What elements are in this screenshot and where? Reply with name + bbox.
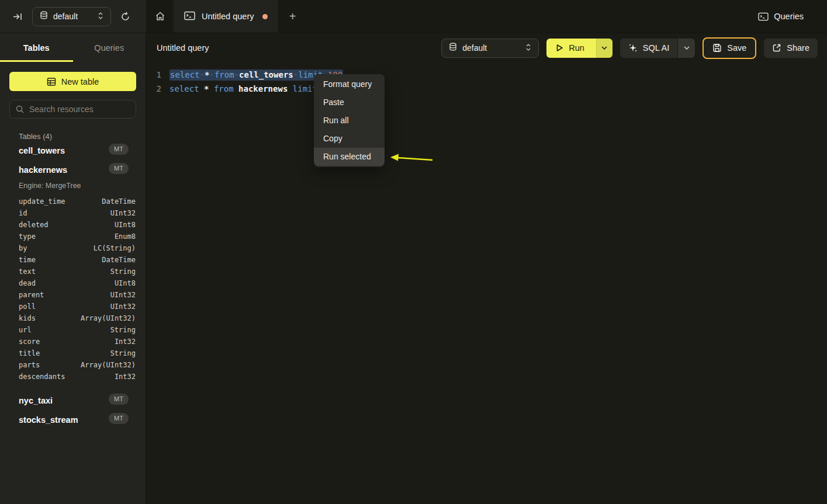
engine-badge: MT bbox=[109, 394, 129, 405]
column-type: Int32 bbox=[115, 371, 136, 383]
code-line-2[interactable]: 2select * from hackernews limit bbox=[155, 82, 827, 96]
column-row-time: timeDateTime bbox=[0, 254, 146, 266]
sql-ai-label: SQL AI bbox=[643, 43, 669, 53]
token-kw: select bbox=[170, 70, 200, 79]
column-name: id bbox=[19, 207, 27, 219]
tab-untitled-query[interactable]: Untitled query bbox=[174, 0, 279, 33]
code-line-1[interactable]: 1select·*·from·cell_towers·limit·100 bbox=[155, 68, 827, 82]
sql-console-app: default bbox=[0, 0, 827, 504]
column-type: DateTime bbox=[102, 254, 136, 266]
menu-item-format-query[interactable]: Format query bbox=[314, 75, 385, 93]
table-name: nyc_taxi bbox=[19, 396, 53, 405]
engine-label: Engine: MergeTree bbox=[0, 179, 146, 193]
token-sp bbox=[234, 84, 238, 93]
column-type: Int32 bbox=[115, 336, 136, 347]
sidebar-header: default bbox=[0, 0, 146, 33]
queries-label: Queries bbox=[774, 12, 804, 21]
token-ws: · bbox=[200, 70, 205, 79]
sql-ai-caret[interactable] bbox=[677, 39, 695, 58]
sidebar-tabs: Tables Queries bbox=[0, 33, 146, 62]
token-sp bbox=[288, 84, 292, 93]
search-input[interactable] bbox=[9, 100, 136, 119]
home-button[interactable] bbox=[146, 0, 174, 33]
column-row-score: scoreInt32 bbox=[0, 336, 146, 347]
menu-item-run-all[interactable]: Run all bbox=[314, 112, 385, 130]
token-sp bbox=[199, 84, 204, 93]
run-split-button: Run bbox=[546, 39, 613, 58]
column-name: poll bbox=[19, 301, 36, 312]
column-name: type bbox=[19, 231, 36, 242]
sql-ai-button[interactable]: SQL AI bbox=[620, 39, 677, 58]
sidebar-tab-tables[interactable]: Tables bbox=[0, 33, 73, 62]
menu-item-paste[interactable]: Paste bbox=[314, 93, 385, 112]
table-name: stocks_stream bbox=[19, 415, 78, 425]
table-name: cell_towers bbox=[19, 146, 65, 155]
run-options-caret[interactable] bbox=[596, 39, 613, 58]
token-kw: select bbox=[169, 84, 199, 93]
save-button[interactable]: Save bbox=[703, 37, 756, 59]
table-row-nyc_taxi[interactable]: nyc_taxiMT bbox=[0, 391, 146, 410]
line-number: 2 bbox=[155, 82, 161, 96]
queries-button[interactable]: Queries bbox=[758, 12, 804, 21]
queries-icon bbox=[758, 12, 769, 21]
collapse-sidebar-icon[interactable] bbox=[13, 12, 23, 22]
column-name: score bbox=[19, 336, 40, 347]
column-name: update_time bbox=[19, 196, 65, 207]
column-name: url bbox=[19, 324, 32, 336]
column-name: text bbox=[19, 266, 36, 277]
column-type: UInt32 bbox=[110, 301, 136, 312]
refresh-icon[interactable] bbox=[120, 12, 130, 22]
console-tab-icon bbox=[184, 11, 195, 22]
column-row-poll: pollUInt32 bbox=[0, 301, 146, 312]
run-button[interactable]: Run bbox=[546, 39, 596, 58]
column-name: by bbox=[19, 242, 27, 254]
column-row-url: urlString bbox=[0, 324, 146, 336]
engine-badge: MT bbox=[109, 163, 129, 174]
database-icon bbox=[40, 11, 48, 22]
query-title: Untitled query bbox=[157, 43, 209, 53]
column-type: Array(UInt32) bbox=[81, 312, 136, 324]
column-type: UInt32 bbox=[110, 207, 136, 219]
sql-editor[interactable]: 1select·*·from·cell_towers·limit·1002sel… bbox=[146, 62, 827, 96]
token-ws: · bbox=[293, 70, 298, 79]
token-ws: · bbox=[234, 70, 239, 79]
column-type: UInt32 bbox=[110, 289, 136, 301]
column-row-kids: kidsArray(UInt32) bbox=[0, 312, 146, 324]
toolbar-controls: default Run bbox=[441, 37, 818, 59]
table-row-hackernews[interactable]: hackernewsMT bbox=[0, 160, 146, 179]
share-button[interactable]: Share bbox=[764, 39, 818, 58]
save-label: Save bbox=[727, 43, 746, 53]
top-bar: default bbox=[0, 0, 827, 33]
menu-item-copy[interactable]: Copy bbox=[314, 130, 385, 148]
share-icon bbox=[772, 43, 781, 53]
token-ident: hackernews bbox=[238, 84, 288, 93]
tab-strip: Untitled query + bbox=[146, 0, 758, 33]
toolbar-database-selector[interactable]: default bbox=[441, 39, 539, 58]
column-name: time bbox=[19, 254, 36, 266]
chevron-updown-icon bbox=[98, 12, 103, 22]
token-ident: cell_towers bbox=[239, 70, 293, 79]
token-ws: · bbox=[209, 70, 214, 79]
new-table-button[interactable]: New table bbox=[9, 72, 136, 91]
token-kw: from bbox=[214, 84, 234, 93]
database-selector-value: default bbox=[53, 12, 78, 21]
table-row-cell_towers[interactable]: cell_towersMT bbox=[0, 141, 146, 160]
engine-badge: MT bbox=[109, 413, 129, 424]
table-row-stocks_stream[interactable]: stocks_streamMT bbox=[0, 410, 146, 429]
tab-title: Untitled query bbox=[202, 12, 254, 21]
column-name: parts bbox=[19, 359, 40, 371]
column-row-parts: partsArray(UInt32) bbox=[0, 359, 146, 371]
token-sp bbox=[209, 84, 213, 93]
run-label: Run bbox=[569, 43, 584, 53]
line-number: 1 bbox=[155, 68, 161, 82]
token-kw: from bbox=[214, 70, 234, 79]
column-type: UInt8 bbox=[115, 219, 136, 231]
sidebar-tab-queries[interactable]: Queries bbox=[73, 33, 146, 62]
play-icon bbox=[556, 44, 563, 52]
new-tab-button[interactable]: + bbox=[279, 0, 306, 33]
column-row-deleted: deletedUInt8 bbox=[0, 219, 146, 231]
column-type: String bbox=[110, 266, 136, 277]
database-selector[interactable]: default bbox=[32, 7, 111, 26]
editor-context-menu: Format queryPasteRun allCopyRun selected bbox=[314, 74, 385, 167]
menu-item-run-selected[interactable]: Run selected bbox=[314, 148, 385, 166]
